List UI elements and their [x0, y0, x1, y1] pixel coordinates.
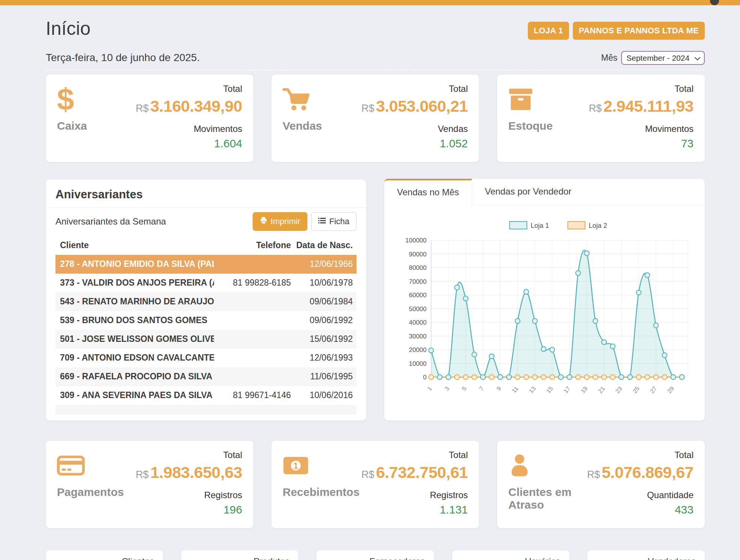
- vendas-card: Vendas Total R$ 3.053.060,21 Vendas 1.05…: [271, 75, 479, 162]
- svg-text:90000: 90000: [409, 250, 427, 258]
- dashboard-page: Início LOJA 1 PANNOS E PANNOS LTDA ME Te…: [0, 5, 740, 560]
- count-label: Vendas: [438, 124, 468, 134]
- date-row: Terça-feira, 10 de junho de 2025. Mês Se…: [46, 51, 705, 65]
- header-badges: LOJA 1 PANNOS E PANNOS LTDA ME: [528, 22, 705, 40]
- header: Início LOJA 1 PANNOS E PANNOS LTDA ME: [46, 5, 705, 40]
- svg-text:0: 0: [423, 374, 427, 381]
- svg-text:13: 13: [528, 385, 537, 394]
- birthdays-title: Aniversariantes: [55, 188, 357, 201]
- total-label: Total: [223, 450, 242, 460]
- ficha-button[interactable]: Ficha: [311, 212, 357, 231]
- total-value: R$ 2.945.111,93: [589, 97, 694, 115]
- total-label: Total: [449, 84, 468, 94]
- table-row[interactable]: 278 - ANTONIO EMIDIO DA SILVA (PALE... 1…: [55, 255, 357, 274]
- pagamentos-card: Pagamentos Total R$ 1.983.650,63 Registr…: [46, 441, 253, 528]
- count-label: Movimentos: [194, 124, 242, 134]
- svg-text:29: 29: [666, 385, 676, 394]
- count-label: Movimentos: [645, 124, 694, 134]
- count-value: 73: [681, 137, 694, 150]
- table-row: [55, 405, 357, 415]
- svg-text:70000: 70000: [409, 278, 427, 285]
- dollar-icon: $: [57, 84, 74, 115]
- table-row[interactable]: 539 - BRUNO DOS SANTOS GOMES 09/06/1992: [55, 311, 357, 330]
- vendedores-card[interactable]: Vendedores: [587, 550, 705, 560]
- month-label: Mês: [601, 53, 617, 63]
- table-row[interactable]: 501 - JOSE WELISSON GOMES OLIVEIR... 15/…: [55, 330, 357, 349]
- card-label: Estoque: [508, 120, 553, 132]
- divider: [46, 207, 366, 208]
- svg-text:30000: 30000: [409, 332, 427, 340]
- credit-card-icon: [57, 450, 85, 481]
- svg-text:9: 9: [495, 385, 502, 392]
- svg-text:21: 21: [597, 385, 606, 394]
- summary-cards-top: $ Caixa Total R$ 3.160.349,90 Movimentos…: [46, 75, 705, 162]
- svg-text:25: 25: [632, 385, 641, 394]
- svg-text:11: 11: [511, 385, 520, 394]
- svg-text:Loja 2: Loja 2: [589, 222, 607, 229]
- middle-row: Aniversariantes Aniversariantes da Seman…: [46, 180, 705, 421]
- table-header: Cliente Telefone Data de Nasc.: [55, 236, 357, 255]
- card-label: Vendas: [283, 120, 322, 132]
- total-value: R$ 5.076.869,67: [587, 463, 694, 482]
- current-date: Terça-feira, 10 de junho de 2025.: [46, 52, 200, 64]
- count-value: 1.052: [440, 137, 468, 150]
- table-row[interactable]: 309 - ANA SEVERINA PAES DA SILVA 81 9967…: [55, 386, 357, 405]
- user-menu-icon[interactable]: [710, 0, 719, 5]
- box-icon: [508, 84, 533, 115]
- total-value: R$ 3.053.060,21: [361, 97, 468, 115]
- count-value: 1.604: [214, 137, 242, 150]
- total-label: Total: [674, 84, 694, 94]
- count-value: 196: [223, 503, 242, 516]
- total-value: R$ 1.983.650,63: [136, 463, 242, 482]
- svg-text:60000: 60000: [409, 292, 427, 299]
- svg-text:3: 3: [443, 385, 451, 392]
- svg-text:27: 27: [649, 385, 658, 394]
- count-value: 1.131: [440, 503, 468, 516]
- tab-vendas-no-mes[interactable]: Vendas no Mês: [384, 179, 472, 205]
- cart-icon: [283, 84, 310, 115]
- money-bill-icon: 1: [283, 450, 309, 481]
- table-row[interactable]: 669 - RAFAELA PROCOPIO DA SILVA CA... 11…: [55, 367, 357, 386]
- count-label: Registros: [204, 490, 242, 500]
- total-label: Total: [449, 450, 468, 460]
- card-label: Pagamentos: [57, 486, 124, 499]
- dashed-divider: [46, 70, 705, 70]
- svg-text:7: 7: [478, 385, 485, 392]
- svg-text:20000: 20000: [409, 346, 427, 353]
- svg-text:50000: 50000: [409, 305, 427, 312]
- company-badge[interactable]: PANNOS E PANNOS LTDA ME: [573, 22, 705, 40]
- sales-panel: Vendas no Mês Vendas por Vendedor 010000…: [384, 179, 705, 421]
- table-row[interactable]: 373 - VALDIR DOS ANJOS PEREIRA (AN... 81…: [55, 274, 357, 292]
- total-label: Total: [674, 450, 694, 460]
- sales-tabs: Vendas no Mês Vendas por Vendedor: [384, 179, 705, 205]
- fornecedores-card[interactable]: Fornecedores: [316, 550, 434, 560]
- svg-text:1: 1: [426, 385, 433, 392]
- svg-text:23: 23: [614, 385, 623, 394]
- month-select[interactable]: September - 2024: [621, 51, 705, 65]
- svg-text:10000: 10000: [409, 360, 427, 367]
- clientes-card[interactable]: Clientes: [46, 550, 163, 560]
- usuarios-card[interactable]: Usuários: [452, 550, 569, 560]
- footer-cards: Clientes Produtos Fornecedores Usuários …: [46, 550, 705, 560]
- svg-text:1: 1: [293, 460, 298, 470]
- store-badge[interactable]: LOJA 1: [528, 22, 569, 40]
- person-icon: [508, 450, 531, 481]
- top-accent-bar: [0, 0, 740, 5]
- count-value: 433: [675, 503, 694, 516]
- card-label: Clientes em Atraso: [508, 486, 587, 511]
- birthdays-subtitle: Aniversariantes da Semana: [55, 216, 166, 227]
- total-label: Total: [223, 84, 242, 94]
- count-label: Registros: [430, 490, 468, 500]
- card-label: Caixa: [57, 120, 87, 132]
- month-picker: Mês September - 2024: [601, 51, 705, 65]
- count-label: Quantidade: [647, 490, 694, 500]
- printer-icon: [260, 217, 267, 226]
- svg-text:80000: 80000: [409, 264, 427, 271]
- tab-vendas-por-vendedor[interactable]: Vendas por Vendedor: [472, 179, 584, 205]
- produtos-card[interactable]: Produtos: [181, 550, 298, 560]
- svg-text:Loja 1: Loja 1: [531, 222, 549, 229]
- recebimentos-card: 1 Recebimentos Total R$ 6.732.750,61 Reg…: [271, 441, 479, 528]
- table-row[interactable]: 543 - RENATO MARINHO DE ARAUJO (F... 09/…: [55, 292, 357, 311]
- table-row[interactable]: 709 - ANTONIO EDSON CAVALCANTE D... 12/0…: [55, 349, 357, 367]
- print-button[interactable]: Imprimir: [253, 212, 307, 231]
